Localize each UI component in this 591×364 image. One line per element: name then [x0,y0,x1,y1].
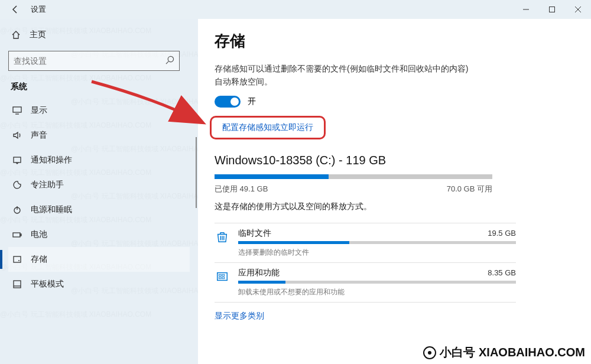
svg-rect-12 [20,234,21,236]
svg-point-4 [168,56,173,61]
drive-title: Windows10-18358 (C:) - 119 GB [215,154,567,167]
configure-storage-sense-link[interactable]: 配置存储感知或立即运行 [210,116,326,139]
category-name: 临时文件 [238,228,271,239]
svg-rect-8 [14,157,21,162]
sidebar-item-label: 电池 [31,229,47,240]
storage-category[interactable]: 应用和功能8.35 GB卸载未使用或不想要的应用和功能 [215,263,516,303]
storage-sense-toggle[interactable] [215,96,241,108]
drive-usage-bar [215,174,492,179]
toggle-state-label: 开 [248,96,256,107]
sidebar: 主页 系统 显示声音通知和操作专注助手电源和睡眠电池存储平板模式 [0,19,198,364]
sidebar-home[interactable]: 主页 [8,25,190,45]
drive-note: 这是存储的使用方式以及空间的释放方式。 [215,202,567,212]
display-icon [11,105,24,116]
sound-icon [11,130,24,141]
tablet-icon [11,279,24,290]
svg-rect-6 [13,107,21,112]
window-title: 设置 [31,4,46,15]
svg-point-14 [18,260,20,261]
minimize-button[interactable] [513,0,539,19]
storage-icon [11,254,24,265]
category-size: 19.5 GB [488,229,516,238]
drive-used-label: 已使用 49.1 GB [215,184,268,194]
brand-icon [423,346,436,359]
svg-rect-23 [219,277,222,279]
close-button[interactable] [565,0,591,19]
sidebar-item-tablet[interactable]: 平板模式 [8,272,190,297]
category-name: 应用和功能 [238,268,280,278]
sidebar-item-label: 专注助手 [31,180,64,190]
category-bar [238,241,516,244]
svg-rect-13 [14,256,21,262]
show-more-link[interactable]: 显示更多类别 [215,311,264,321]
focus-icon [11,180,24,190]
search-icon [165,56,174,67]
sidebar-item-label: 存储 [31,254,47,265]
svg-rect-11 [13,233,20,237]
svg-rect-21 [219,274,222,276]
home-icon [11,30,21,40]
svg-rect-1 [550,7,555,12]
notify-icon [11,155,24,165]
maximize-button[interactable] [539,0,565,19]
svg-line-5 [166,61,168,63]
svg-rect-24 [222,277,225,279]
apps-icon [215,269,230,284]
sidebar-item-focus[interactable]: 专注助手 [8,173,190,197]
sidebar-item-sound[interactable]: 声音 [8,123,190,148]
sidebar-item-display[interactable]: 显示 [8,98,190,123]
drive-usage-fill [215,174,329,179]
sidebar-item-label: 电源和睡眠 [31,204,72,215]
sidebar-item-notify[interactable]: 通知和操作 [8,148,190,173]
content-pane: 存储 存储感知可以通过删除不需要的文件(例如临时文件和回收站中的内容)自动释放空… [198,19,591,364]
brand-name: 小白号 [440,344,475,360]
titlebar: 设置 [0,0,591,19]
sidebar-item-battery[interactable]: 电池 [8,222,190,247]
storage-sense-desc: 存储感知可以通过删除不需要的文件(例如临时文件和回收站中的内容)自动释放空间。 [215,62,469,89]
brand-domain: XIAOBAIHAO.COM [479,346,585,359]
sidebar-item-power[interactable]: 电源和睡眠 [8,197,190,222]
drive-free-label: 70.0 GB 可用 [447,184,492,194]
sidebar-home-label: 主页 [30,30,46,40]
trash-icon [215,229,230,245]
sidebar-item-label: 平板模式 [31,279,64,290]
page-title: 存储 [215,31,567,51]
storage-category[interactable]: 临时文件19.5 GB选择要删除的临时文件 [215,223,516,263]
sidebar-item-label: 通知和操作 [31,155,72,165]
battery-icon [11,229,24,240]
category-bar [238,281,516,284]
sidebar-section-label: 系统 [8,82,190,92]
sidebar-item-storage[interactable]: 存储 [8,247,190,272]
search-box[interactable] [8,51,180,71]
svg-rect-15 [14,281,21,288]
svg-rect-22 [222,274,225,276]
sidebar-item-label: 声音 [31,130,47,141]
category-sub: 卸载未使用或不想要的应用和功能 [238,287,516,297]
svg-rect-20 [217,272,228,280]
sidebar-item-label: 显示 [31,105,47,116]
power-icon [11,204,24,215]
search-input[interactable] [14,56,165,66]
category-size: 8.35 GB [488,268,516,277]
back-button[interactable] [5,0,26,19]
brand-watermark: 小白号 XIAOBAIHAO.COM [423,344,585,360]
category-sub: 选择要删除的临时文件 [238,248,516,258]
sidebar-scrollbar[interactable] [196,137,197,208]
